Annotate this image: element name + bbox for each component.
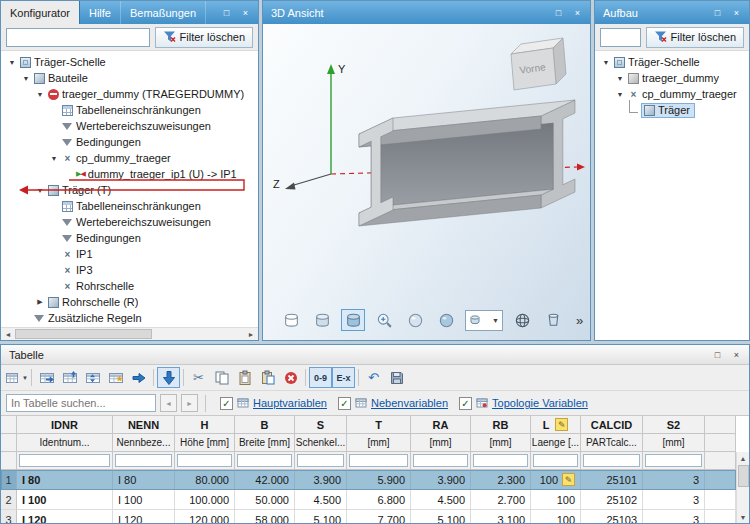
append-row-button[interactable] bbox=[58, 367, 81, 388]
column-header-b[interactable]: B bbox=[235, 416, 295, 434]
table-cell[interactable]: 25102 bbox=[581, 490, 643, 510]
material-bucket-button[interactable] bbox=[541, 309, 565, 331]
tree-item-traeger-schelle[interactable]: ▼ Träger-Schelle bbox=[1, 54, 258, 70]
vertical-scrollbar[interactable]: ▲ ▼ bbox=[736, 452, 749, 523]
table-cell[interactable]: 100 bbox=[531, 510, 581, 523]
table-cell[interactable]: 42.000 bbox=[235, 470, 295, 490]
view-preset-dropdown[interactable]: ▼ bbox=[465, 310, 503, 331]
tab-konfigurator[interactable]: Konfigurator bbox=[1, 1, 80, 24]
table-cell[interactable]: 5.100 bbox=[295, 510, 347, 523]
expander-open-icon[interactable]: ▼ bbox=[49, 155, 59, 162]
expander-open-icon[interactable]: ▼ bbox=[615, 75, 625, 82]
nebenvariablen-checkbox[interactable]: ✓ bbox=[338, 397, 351, 410]
view-cube[interactable]: Vorne bbox=[511, 38, 566, 90]
table-cell[interactable]: 120.000 bbox=[175, 510, 235, 523]
tree-item-ip1[interactable]: × IP1 bbox=[1, 246, 258, 262]
column-header-ra[interactable]: RA bbox=[411, 416, 471, 434]
search-prev-button[interactable]: ◄ bbox=[160, 394, 177, 412]
sphere-shaded-button[interactable] bbox=[434, 309, 458, 331]
transfer-right-button[interactable] bbox=[127, 367, 150, 388]
tree-item-traeger-selected[interactable]: Träger bbox=[595, 102, 749, 118]
mesh-sphere-button[interactable] bbox=[510, 309, 534, 331]
tree-item-wertebereichszuweisungen-2[interactable]: Wertebereichszuweisungen bbox=[1, 214, 258, 230]
render-wireframe-button[interactable] bbox=[279, 309, 303, 331]
table-cell[interactable]: 80.000 bbox=[175, 470, 235, 490]
zoom-button[interactable] bbox=[372, 309, 396, 331]
horizontal-scrollbar[interactable]: ◄ ► bbox=[1, 327, 258, 340]
tree-item-wertebereichszuweisungen[interactable]: Wertebereichszuweisungen bbox=[1, 118, 258, 134]
close-icon[interactable]: × bbox=[728, 347, 745, 362]
3d-viewport[interactable]: Y Z Vorne ▼ » bbox=[263, 24, 590, 340]
topologie-variablen-link[interactable]: Topologie Variablen bbox=[492, 397, 588, 409]
table-cell[interactable]: I 80 bbox=[113, 470, 175, 490]
scrollbar-track[interactable] bbox=[15, 328, 244, 340]
undo-button[interactable]: ↶ bbox=[362, 367, 385, 388]
maximize-icon[interactable]: □ bbox=[709, 5, 726, 20]
tree-item-tabelleneinschraenkungen[interactable]: Tabelleneinschränkungen bbox=[1, 102, 258, 118]
column-filter-input[interactable] bbox=[413, 454, 468, 467]
table-cell[interactable]: 3.900 bbox=[411, 470, 471, 490]
apply-down-button[interactable] bbox=[157, 367, 180, 388]
digits-format-toggle[interactable]: 0-9 bbox=[309, 367, 332, 388]
row-number[interactable]: 2 bbox=[1, 490, 17, 510]
tree-item-bedingungen[interactable]: Bedingungen bbox=[1, 134, 258, 150]
table-cell[interactable]: 100.000 bbox=[175, 490, 235, 510]
table-cell[interactable]: 25103 bbox=[581, 510, 643, 523]
table-cell[interactable]: 50.000 bbox=[235, 490, 295, 510]
more-tools-chevron[interactable]: » bbox=[576, 313, 583, 328]
expander-open-icon[interactable]: ▼ bbox=[601, 59, 611, 66]
table-cell[interactable]: I 80 bbox=[17, 470, 113, 490]
column-header-l[interactable]: L✎ bbox=[531, 416, 581, 434]
column-filter-input[interactable] bbox=[19, 454, 110, 467]
tree-item-traeger-dummy[interactable]: ▼ traeger_dummy bbox=[595, 70, 749, 86]
maximize-icon[interactable]: □ bbox=[709, 347, 726, 362]
column-filter-input[interactable] bbox=[645, 454, 702, 467]
table-cell[interactable]: 4.500 bbox=[295, 490, 347, 510]
table-cell[interactable]: I 120 bbox=[113, 510, 175, 523]
tree-item-traeger-t[interactable]: ▼ Träger (T) bbox=[1, 182, 258, 198]
tree-item-bauteile[interactable]: ▼ Bauteile bbox=[1, 70, 258, 86]
row-number[interactable]: 1 bbox=[1, 470, 17, 490]
table-cell[interactable]: 5.100 bbox=[411, 510, 471, 523]
tree-item-traeger-dummy[interactable]: ▼ traeger_dummy (TRAEGERDUMMY) bbox=[1, 86, 258, 102]
scrollbar-thumb[interactable] bbox=[738, 465, 749, 487]
column-filter-input[interactable] bbox=[297, 454, 344, 467]
expander-open-icon[interactable]: ▼ bbox=[615, 91, 625, 98]
tree-item-tabelleneinschraenkungen-2[interactable]: Tabelleneinschränkungen bbox=[1, 198, 258, 214]
expander-open-icon[interactable]: ▼ bbox=[35, 91, 45, 98]
table-cell[interactable]: 100 bbox=[531, 490, 581, 510]
column-filter-input[interactable] bbox=[349, 454, 408, 467]
column-header-idnr[interactable]: IDNR bbox=[17, 416, 113, 434]
column-header-rb[interactable]: RB bbox=[471, 416, 531, 434]
column-filter-input[interactable] bbox=[473, 454, 528, 467]
hauptvariablen-checkbox[interactable]: ✓ bbox=[220, 397, 233, 410]
tree-item-traeger-schelle[interactable]: ▼ Träger-Schelle bbox=[595, 54, 749, 70]
column-header-t[interactable]: T bbox=[347, 416, 411, 434]
renumber-rows-button[interactable] bbox=[104, 367, 127, 388]
table-options-button[interactable]: ▼ bbox=[5, 367, 28, 388]
scrollbar-thumb[interactable] bbox=[15, 329, 152, 339]
insert-row-button[interactable] bbox=[35, 367, 58, 388]
scroll-up-icon[interactable]: ▲ bbox=[740, 452, 747, 464]
column-filter-input[interactable] bbox=[583, 454, 640, 467]
tree-item-bedingungen-2[interactable]: Bedingungen bbox=[1, 230, 258, 246]
render-solid-button[interactable] bbox=[341, 309, 365, 331]
table-cell[interactable]: 25101 bbox=[581, 470, 643, 490]
tree-item-ip3[interactable]: × IP3 bbox=[1, 262, 258, 278]
table-cell[interactable]: 3 bbox=[643, 490, 705, 510]
expander-open-icon[interactable]: ▼ bbox=[35, 187, 45, 194]
delete-row-button[interactable] bbox=[279, 367, 302, 388]
selected-tree-item[interactable]: Träger bbox=[641, 103, 695, 118]
tab-bemassungen[interactable]: Bemaßungen bbox=[121, 1, 206, 24]
table-cell[interactable]: 3 bbox=[643, 510, 705, 523]
tree-item-cp-dummy-traeger[interactable]: ▼ × cp_dummy_traeger bbox=[595, 86, 749, 102]
topologie-checkbox[interactable]: ✓ bbox=[459, 397, 472, 410]
table-cell[interactable]: 2.300 bbox=[471, 470, 531, 490]
search-next-button[interactable]: ► bbox=[181, 394, 198, 412]
scroll-right-icon[interactable]: ► bbox=[244, 331, 258, 338]
paste-special-button[interactable] bbox=[256, 367, 279, 388]
column-filter-input[interactable] bbox=[177, 454, 232, 467]
hauptvariablen-link[interactable]: Hauptvariablen bbox=[253, 397, 327, 409]
exponent-format-toggle[interactable]: E-x bbox=[332, 367, 355, 388]
column-filter-input[interactable] bbox=[237, 454, 292, 467]
